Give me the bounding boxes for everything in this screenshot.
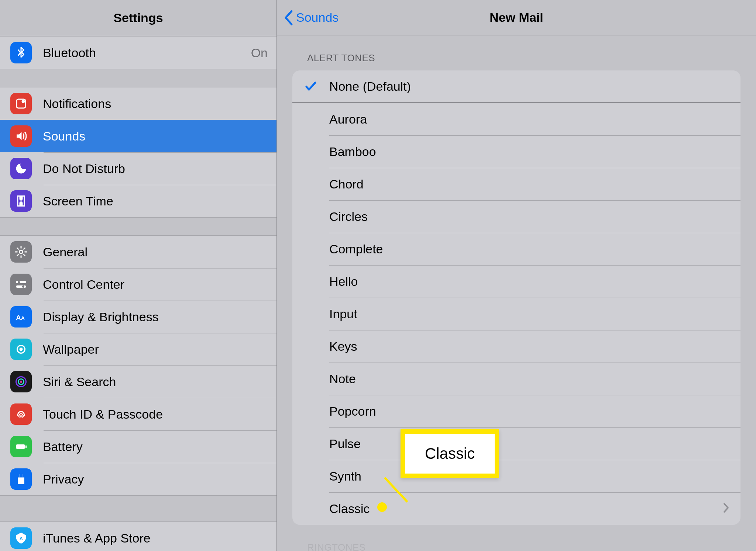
sidebar-item-label: Siri & Search [43,375,268,389]
sidebar-item-value: On [251,46,268,60]
svg-rect-16 [20,474,23,478]
tone-label: Keys [329,339,729,354]
tone-item-bamboo[interactable]: Bamboo [292,135,740,168]
tone-item-note[interactable]: Note [292,363,740,395]
tone-item-hello[interactable]: Hello [292,265,740,298]
detail-title: New Mail [489,10,543,25]
notifications-icon [10,93,32,114]
tone-label: Input [329,307,729,321]
detail-pane: Sounds New Mail ALERT TONES None (Defaul… [277,0,756,551]
sidebar-item-label: General [43,245,268,259]
tone-item-synth[interactable]: Synth [292,460,740,492]
alert-tones-list: None (Default)AuroraBambooChordCirclesCo… [292,70,740,525]
sidebar-item-wallpaper[interactable]: Wallpaper [0,333,276,365]
tone-label: Note [329,372,729,386]
tone-item-aurora[interactable]: Aurora [292,103,740,135]
back-button[interactable]: Sounds [284,0,339,35]
battery-icon [10,436,32,457]
tone-label: Complete [329,242,729,256]
tone-label: Classic [329,502,723,516]
tone-label: Hello [329,274,729,289]
tone-label: Circles [329,209,729,224]
tone-item-circles[interactable]: Circles [292,200,740,233]
tone-item-none-default[interactable]: None (Default) [292,70,740,103]
sidebar-item-label: Notifications [43,97,268,111]
sidebar-title: Settings [113,11,163,25]
sidebar-item-siri[interactable]: Siri & Search [0,365,276,398]
section-header-alert-tones: ALERT TONES [292,35,740,70]
sidebar-item-touchid[interactable]: Touch ID & Passcode [0,398,276,430]
tone-item-keys[interactable]: Keys [292,330,740,363]
general-icon [10,241,32,263]
tone-item-popcorn[interactable]: Popcorn [292,395,740,427]
tone-label: Pulse [329,437,729,451]
sidebar-item-sounds[interactable]: Sounds [0,120,276,152]
sidebar-item-label: Control Center [43,277,268,292]
sidebar-item-dnd[interactable]: Do Not Disturb [0,152,276,185]
tone-label: Aurora [329,112,729,127]
checkmark-icon [305,80,317,93]
back-label: Sounds [296,10,339,25]
sidebar-item-label: Bluetooth [43,46,251,60]
svg-text:A: A [16,314,21,321]
svg-rect-15 [25,446,27,448]
svg-rect-3 [16,281,26,283]
tone-label: Bamboo [329,145,729,159]
settings-sidebar: Settings BluetoothOnNotificationsSoundsD… [0,0,277,551]
sidebar-item-label: Wallpaper [43,342,268,357]
svg-point-5 [18,281,20,283]
svg-point-2 [20,250,23,254]
screentime-icon [10,190,32,212]
sidebar-header: Settings [0,0,276,36]
tone-item-chord[interactable]: Chord [292,168,740,200]
svg-rect-4 [16,285,26,288]
dnd-icon [10,158,32,179]
callout-dot [377,502,387,512]
svg-point-10 [20,348,23,351]
sidebar-item-screentime[interactable]: Screen Time [0,185,276,217]
chevron-right-icon [723,502,729,515]
tone-label: Popcorn [329,404,729,419]
siri-icon [10,371,32,392]
sidebar-item-label: Touch ID & Passcode [43,407,268,422]
detail-header: Sounds New Mail [277,0,756,35]
sidebar-item-controlcenter[interactable]: Control Center [0,268,276,301]
sidebar-item-label: Battery [43,440,268,454]
checkmark-slot [292,80,329,93]
svg-point-1 [22,100,25,103]
tone-item-input[interactable]: Input [292,298,740,330]
privacy-icon [10,468,32,490]
svg-point-13 [20,381,22,383]
controlcenter-icon [10,274,32,295]
sidebar-item-label: iTunes & App Store [43,531,268,545]
sidebar-item-label: Do Not Disturb [43,162,268,176]
tone-item-complete[interactable]: Complete [292,233,740,265]
svg-text:A: A [21,315,25,321]
sidebar-item-privacy[interactable]: Privacy [0,463,276,495]
tone-label: None (Default) [329,79,729,94]
section-header-ringtones: RINGTONES [292,525,740,551]
bluetooth-icon [10,42,32,63]
sidebar-item-label: Sounds [43,129,268,143]
sidebar-item-bluetooth[interactable]: BluetoothOn [0,37,276,69]
tone-item-classic[interactable]: Classic [292,492,740,525]
svg-rect-14 [16,444,25,449]
sidebar-item-notifications[interactable]: Notifications [0,87,276,120]
sounds-icon [10,125,32,147]
sidebar-item-battery[interactable]: Battery [0,430,276,463]
touchid-icon [10,403,32,425]
svg-point-6 [22,285,24,288]
tone-item-pulse[interactable]: Pulse [292,427,740,460]
sidebar-item-label: Display & Brightness [43,310,268,324]
tone-label: Chord [329,177,729,191]
wallpaper-icon [10,339,32,360]
sidebar-item-display[interactable]: AADisplay & Brightness [0,301,276,333]
itunes-icon: A [10,527,32,549]
sidebar-item-label: Privacy [43,472,268,486]
svg-text:A: A [20,536,23,541]
sidebar-item-itunes[interactable]: AiTunes & App Store [0,522,276,551]
sidebar-item-general[interactable]: General [0,236,276,268]
display-icon: AA [10,306,32,328]
chevron-left-icon [284,10,294,26]
sidebar-item-label: Screen Time [43,194,268,208]
